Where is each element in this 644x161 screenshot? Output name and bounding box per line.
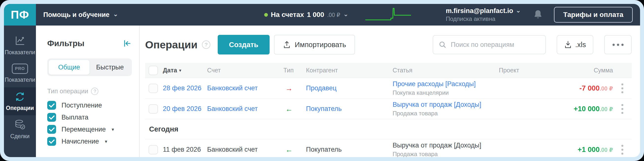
tab-general[interactable]: Общие <box>49 60 90 75</box>
caret-down-icon: ▾ <box>112 127 114 132</box>
operation-date-link[interactable]: 20 фев 2026 <box>163 105 207 113</box>
article-note: Продажа товара <box>392 151 499 157</box>
accounts-amount: 1 000 <box>307 11 324 19</box>
counterparty-link[interactable]: Продавец <box>306 84 392 92</box>
row-menu-button[interactable] <box>613 104 632 114</box>
account-link[interactable]: Банковский счет <box>207 105 284 113</box>
filters-title: Фильтры <box>47 39 84 48</box>
kebab-dots-icon <box>621 112 623 114</box>
export-xls-label: .xls <box>575 41 586 49</box>
column-header-type: Тип <box>284 67 306 74</box>
collapse-panel-button[interactable] <box>122 39 132 48</box>
help-menu[interactable]: Помощь и обучение ⌄ <box>43 11 118 19</box>
amount-cell: +1 000.00 ₽ <box>554 146 613 154</box>
checkbox-incoming[interactable]: Поступление <box>47 101 132 110</box>
balance-status-dot <box>264 13 268 17</box>
app-logo[interactable]: ПФ <box>4 4 36 25</box>
top-bar-content: Помощь и обучение ⌄ На счетах 1 000 .00 … <box>36 4 640 25</box>
amount-cell: -7 000.00 ₽ <box>554 84 613 92</box>
tab-quick[interactable]: Быстрые <box>90 60 130 75</box>
accounts-balance-dropdown[interactable]: На счетах 1 000 .00 ₽ ⌄ <box>264 11 348 19</box>
sidebar-item-operations[interactable]: Операции <box>4 87 36 115</box>
subscription-status: Подписка активна <box>446 15 521 22</box>
sidebar-nav: Показатели PRO Показатели Операции <box>4 25 36 157</box>
row-checkbox[interactable] <box>148 84 158 93</box>
filters-panel: Фильтры Общие Быстрые Тип операции ? <box>36 25 139 157</box>
search-box <box>433 35 546 54</box>
import-button[interactable]: Импортировать <box>274 35 355 54</box>
ellipsis-icon <box>617 44 619 46</box>
kebab-dots-icon <box>621 83 623 85</box>
caret-down-icon: ▾ <box>105 139 107 144</box>
planfact-app: ПФ Помощь и обучение ⌄ На счетах 1 000 .… <box>4 4 640 157</box>
article-link[interactable]: Прочие расходы [Расходы] <box>392 80 476 88</box>
line-chart-icon <box>14 35 26 46</box>
kebab-dots-icon <box>621 91 623 93</box>
table-row: 11 фев 2026 Банковский счет ← Покупатель… <box>145 139 632 157</box>
kebab-dots-icon <box>621 149 623 151</box>
create-button[interactable]: Создать <box>218 35 270 54</box>
kebab-dots-icon <box>621 108 623 110</box>
kebab-dots-icon <box>621 104 623 106</box>
operation-date-link[interactable]: 11 фев 2026 <box>163 146 207 154</box>
user-menu[interactable]: m.firsina@planfact.io ⌄ <box>446 7 521 15</box>
accounts-label: На счетах <box>271 11 304 19</box>
article-link[interactable]: Выручка от продаж [Доходы] <box>392 142 481 149</box>
checkbox-checked-icon <box>47 113 56 122</box>
inflow-arrow-icon: ← <box>284 146 306 154</box>
article-link[interactable]: Выручка от продаж [Доходы] <box>392 101 481 108</box>
table-header: Дата ▾ Счет Тип Контрагент Статья Проект… <box>145 63 632 78</box>
checkbox-checked-icon <box>47 125 56 134</box>
page-title: Операции <box>145 39 198 51</box>
user-account-block: m.firsina@planfact.io ⌄ Подписка активна <box>446 7 521 22</box>
import-button-label: Импортировать <box>295 41 346 49</box>
search-input[interactable] <box>450 41 540 49</box>
help-icon[interactable]: ? <box>202 40 210 49</box>
checkbox-checked-icon <box>47 101 56 110</box>
select-all-checkbox[interactable] <box>148 66 158 75</box>
column-header-counterparty: Контрагент <box>306 67 392 74</box>
article-note: Продажа товара <box>392 110 499 117</box>
checkbox-transfer[interactable]: Перемещение ▾ <box>47 125 132 134</box>
sidebar-item-label: Показатели <box>5 77 35 83</box>
more-options-button[interactable] <box>604 35 632 54</box>
column-header-article: Статья <box>392 67 499 74</box>
row-checkbox[interactable] <box>148 104 158 114</box>
search-icon <box>438 41 446 49</box>
chevron-down-icon: ⌄ <box>343 11 348 17</box>
column-header-project: Проект <box>499 67 554 74</box>
table-row: 28 фев 2026 Банковский счет → Продавец П… <box>145 78 632 99</box>
counterparty-link[interactable]: Покупатель <box>306 146 392 154</box>
kebab-dots-icon <box>621 145 623 147</box>
checkbox-label: Выплата <box>62 114 88 121</box>
column-header-date[interactable]: Дата ▾ <box>163 67 207 74</box>
outflow-arrow-icon: → <box>284 84 306 93</box>
help-icon[interactable]: ? <box>91 88 98 95</box>
export-xls-button[interactable]: .xls <box>557 35 594 54</box>
app-logo-text: ПФ <box>11 8 29 21</box>
operation-date-link[interactable]: 28 фев 2026 <box>163 84 207 92</box>
sidebar-item-pro-indicators[interactable]: PRO Показатели <box>4 59 36 87</box>
checkbox-accrual[interactable]: Начисление ▾ <box>47 137 132 146</box>
section-header-today: Сегодня <box>145 119 632 139</box>
kebab-dots-icon <box>621 153 623 155</box>
article-note: Покупка канцелярии <box>392 89 499 96</box>
account-link[interactable]: Банковский счет <box>207 146 284 154</box>
ellipsis-icon <box>621 44 624 46</box>
tariffs-payment-button[interactable]: Тарифы и оплата <box>554 7 633 22</box>
row-menu-button[interactable] <box>613 83 632 93</box>
account-link[interactable]: Банковский счет <box>207 84 284 92</box>
row-menu-button[interactable] <box>613 145 632 155</box>
row-checkbox[interactable] <box>148 145 158 154</box>
notifications-bell-button[interactable] <box>533 9 543 20</box>
app-window: ПФ Помощь и обучение ⌄ На счетах 1 000 .… <box>0 0 644 161</box>
download-icon <box>564 40 572 49</box>
sidebar-item-label: Сделки <box>10 133 30 140</box>
sidebar-item-deals[interactable]: Сделки <box>4 115 36 143</box>
checkbox-label: Начисление <box>62 138 99 145</box>
operation-type-checkboxes: Поступление Выплата Перемещение ▾ Начисл… <box>47 101 132 146</box>
checkbox-payout[interactable]: Выплата <box>47 113 132 122</box>
sync-arrows-icon <box>14 91 26 102</box>
sidebar-item-indicators[interactable]: Показатели <box>4 31 36 59</box>
counterparty-link[interactable]: Покупатель <box>306 105 392 113</box>
